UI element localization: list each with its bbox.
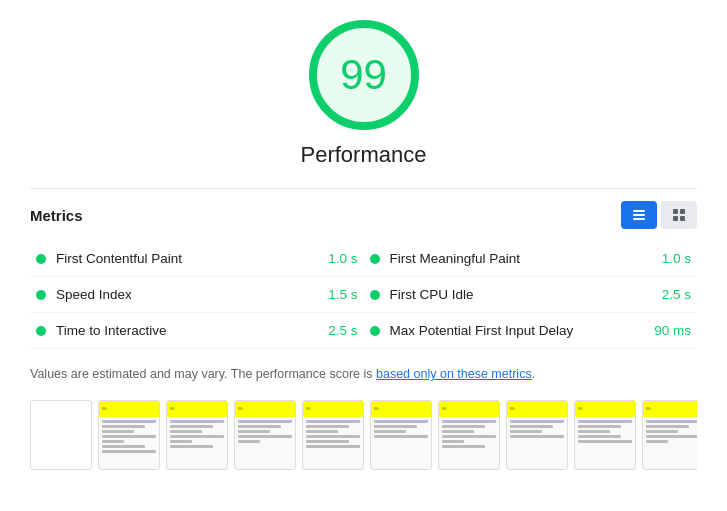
- thumbnail-header: ≡≡: [371, 401, 431, 417]
- metric-name: First CPU Idle: [390, 287, 654, 302]
- metrics-grid: First Contentful Paint 1.0 s First Meani…: [30, 241, 697, 349]
- list-view-button[interactable]: [621, 201, 657, 229]
- thumbnail-header: ≡≡: [439, 401, 499, 417]
- thumbnail: ≡≡: [574, 400, 636, 470]
- score-section: 99 Performance: [30, 20, 697, 168]
- thumbnail: [30, 400, 92, 470]
- metric-dot: [370, 254, 380, 264]
- thumbnail: ≡≡: [506, 400, 568, 470]
- metric-value: 2.5 s: [328, 323, 357, 338]
- svg-rect-3: [673, 209, 678, 214]
- thumbnail-header: ≡≡: [167, 401, 227, 417]
- thumbnail-header: ≡≡: [643, 401, 697, 417]
- metric-dot: [36, 290, 46, 300]
- metric-name: Speed Index: [56, 287, 320, 302]
- grid-icon: [671, 207, 687, 223]
- thumbnail: ≡≡: [166, 400, 228, 470]
- grid-view-button[interactable]: [661, 201, 697, 229]
- metric-dot: [370, 290, 380, 300]
- thumbnails-row: ≡≡ ≡≡ ≡≡: [30, 400, 697, 470]
- score-value: 99: [340, 51, 387, 99]
- thumbnail: ≡≡: [302, 400, 364, 470]
- thumbnail-header: ≡≡: [99, 401, 159, 417]
- svg-rect-1: [633, 214, 645, 216]
- thumbnail-header: ≡≡: [303, 401, 363, 417]
- thumbnail: ≡≡: [98, 400, 160, 470]
- metric-dot: [36, 254, 46, 264]
- metric-dot: [36, 326, 46, 336]
- thumbnail: ≡≡: [234, 400, 296, 470]
- thumbnail: ≡≡: [370, 400, 432, 470]
- metric-value: 1.5 s: [328, 287, 357, 302]
- svg-rect-5: [673, 216, 678, 221]
- metrics-header: Metrics: [30, 188, 697, 229]
- metric-name: Time to Interactive: [56, 323, 320, 338]
- metrics-title: Metrics: [30, 207, 83, 224]
- metric-value: 90 ms: [654, 323, 691, 338]
- thumbnail-header: ≡≡: [235, 401, 295, 417]
- footnote-text-after: .: [532, 367, 535, 381]
- metric-row: Time to Interactive 2.5 s: [30, 313, 364, 349]
- list-icon: [631, 207, 647, 223]
- thumbnail-header: ≡≡: [507, 401, 567, 417]
- thumbnail: ≡≡: [438, 400, 500, 470]
- metric-dot: [370, 326, 380, 336]
- score-circle: 99: [309, 20, 419, 130]
- metric-row: First Contentful Paint 1.0 s: [30, 241, 364, 277]
- metric-row: Max Potential First Input Delay 90 ms: [364, 313, 698, 349]
- metric-row: First Meaningful Paint 1.0 s: [364, 241, 698, 277]
- thumbnail-header: ≡≡: [575, 401, 635, 417]
- footnote: Values are estimated and may vary. The p…: [30, 365, 697, 384]
- svg-rect-0: [633, 210, 645, 212]
- metric-name: Max Potential First Input Delay: [390, 323, 647, 338]
- footnote-text-before: Values are estimated and may vary. The p…: [30, 367, 376, 381]
- thumbnail: ≡≡: [642, 400, 697, 470]
- metric-name: First Meaningful Paint: [390, 251, 654, 266]
- metric-value: 1.0 s: [328, 251, 357, 266]
- metric-value: 2.5 s: [662, 287, 691, 302]
- metric-value: 1.0 s: [662, 251, 691, 266]
- score-label: Performance: [301, 142, 427, 168]
- footnote-link[interactable]: based only on these metrics: [376, 367, 532, 381]
- svg-rect-2: [633, 218, 645, 220]
- metric-row: First CPU Idle 2.5 s: [364, 277, 698, 313]
- view-toggle: [621, 201, 697, 229]
- svg-rect-6: [680, 216, 685, 221]
- metric-row: Speed Index 1.5 s: [30, 277, 364, 313]
- metric-name: First Contentful Paint: [56, 251, 320, 266]
- svg-rect-4: [680, 209, 685, 214]
